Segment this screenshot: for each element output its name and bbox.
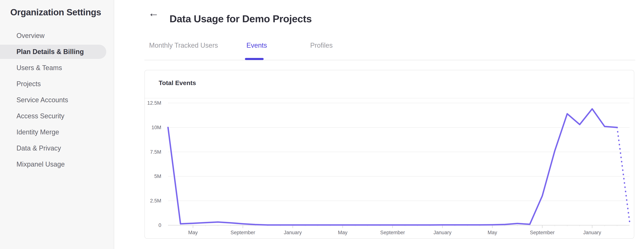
x-axis-label: May bbox=[338, 230, 348, 236]
tab-monthly-tracked-users[interactable]: Monthly Tracked Users bbox=[149, 41, 218, 49]
sidebar-item-access-security[interactable]: Access Security bbox=[0, 108, 114, 124]
y-axis-label: 7.5M bbox=[137, 149, 161, 155]
sidebar-item-projects[interactable]: Projects bbox=[0, 76, 114, 92]
back-button[interactable]: ← bbox=[147, 6, 160, 19]
x-axis-label: September bbox=[380, 230, 405, 236]
sidebar-item-users-teams[interactable]: Users & Teams bbox=[0, 60, 114, 76]
tab-events[interactable]: Events bbox=[246, 41, 267, 49]
chart-title: Total Events bbox=[159, 79, 196, 87]
active-tab-indicator bbox=[245, 58, 264, 60]
x-axis-label: September bbox=[230, 230, 255, 236]
page-title: Data Usage for Demo Projects bbox=[170, 13, 312, 24]
total-events-chart bbox=[168, 103, 630, 225]
y-axis-label: 0 bbox=[137, 223, 161, 228]
y-axis-label: 5M bbox=[137, 174, 161, 179]
x-axis-label: September bbox=[530, 230, 554, 236]
tab-profiles[interactable]: Profiles bbox=[310, 41, 333, 49]
sidebar-item-plan-details-billing[interactable]: Plan Details & Billing bbox=[0, 45, 106, 59]
organization-settings-sidebar: Organization Settings OverviewPlan Detai… bbox=[0, 0, 114, 249]
x-axis-label: January bbox=[583, 230, 601, 236]
tab-bar-rule bbox=[144, 60, 635, 60]
y-axis-label: 12.5M bbox=[137, 100, 161, 106]
card-header-divider bbox=[145, 98, 634, 98]
sidebar-item-identity-merge[interactable]: Identity Merge bbox=[0, 124, 114, 140]
y-axis-label: 2.5M bbox=[137, 198, 161, 204]
x-axis-label: January bbox=[284, 230, 302, 236]
sidebar-title: Organization Settings bbox=[10, 7, 101, 17]
sidebar-item-data-privacy[interactable]: Data & Privacy bbox=[0, 140, 114, 156]
sidebar-item-service-accounts[interactable]: Service Accounts bbox=[0, 92, 114, 108]
back-arrow-icon: ← bbox=[148, 7, 159, 18]
sidebar-item-mixpanel-usage[interactable]: Mixpanel Usage bbox=[0, 156, 114, 172]
x-axis-label: May bbox=[488, 230, 497, 236]
x-axis-label: May bbox=[188, 230, 198, 236]
sidebar-nav: OverviewPlan Details & BillingUsers & Te… bbox=[0, 28, 114, 172]
x-axis-label: January bbox=[434, 230, 452, 236]
chart-line-total-events bbox=[168, 109, 617, 225]
sidebar-item-overview[interactable]: Overview bbox=[0, 28, 114, 44]
chart-line-projected bbox=[617, 127, 630, 222]
y-axis-label: 10M bbox=[137, 124, 161, 130]
